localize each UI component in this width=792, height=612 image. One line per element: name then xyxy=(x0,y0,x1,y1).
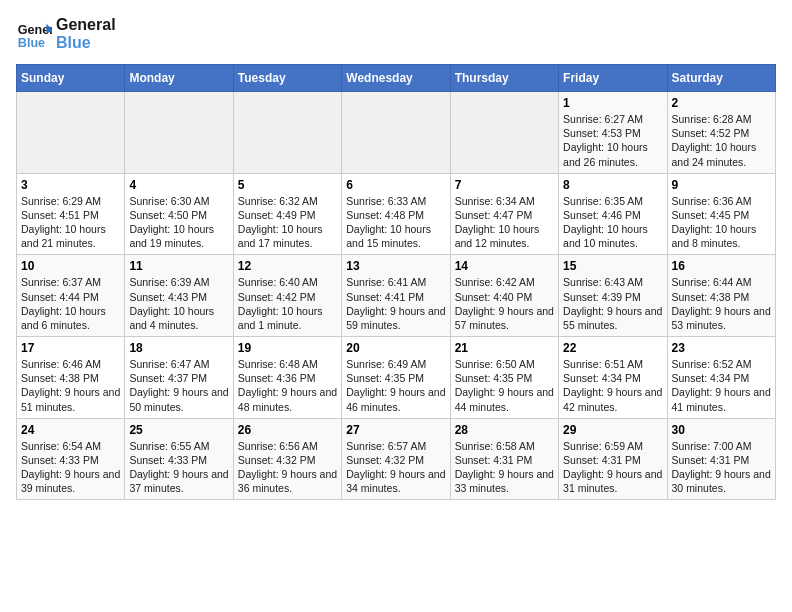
header: General Blue General Blue xyxy=(16,16,776,52)
day-info: Sunrise: 6:50 AM Sunset: 4:35 PM Dayligh… xyxy=(455,357,554,414)
cell-w3-d4: 21Sunrise: 6:50 AM Sunset: 4:35 PM Dayli… xyxy=(450,337,558,419)
day-number: 18 xyxy=(129,341,228,355)
day-info: Sunrise: 6:36 AM Sunset: 4:45 PM Dayligh… xyxy=(672,194,771,251)
cell-w1-d6: 9Sunrise: 6:36 AM Sunset: 4:45 PM Daylig… xyxy=(667,173,775,255)
day-info: Sunrise: 6:35 AM Sunset: 4:46 PM Dayligh… xyxy=(563,194,662,251)
day-number: 17 xyxy=(21,341,120,355)
day-number: 14 xyxy=(455,259,554,273)
cell-w2-d1: 11Sunrise: 6:39 AM Sunset: 4:43 PM Dayli… xyxy=(125,255,233,337)
cell-w1-d0: 3Sunrise: 6:29 AM Sunset: 4:51 PM Daylig… xyxy=(17,173,125,255)
cell-w0-d1 xyxy=(125,92,233,174)
week-row-1: 3Sunrise: 6:29 AM Sunset: 4:51 PM Daylig… xyxy=(17,173,776,255)
day-number: 9 xyxy=(672,178,771,192)
calendar: SundayMondayTuesdayWednesdayThursdayFrid… xyxy=(16,64,776,500)
cell-w3-d3: 20Sunrise: 6:49 AM Sunset: 4:35 PM Dayli… xyxy=(342,337,450,419)
day-info: Sunrise: 6:29 AM Sunset: 4:51 PM Dayligh… xyxy=(21,194,120,251)
day-number: 5 xyxy=(238,178,337,192)
cell-w0-d4 xyxy=(450,92,558,174)
logo-line1: General xyxy=(56,16,116,34)
cell-w3-d6: 23Sunrise: 6:52 AM Sunset: 4:34 PM Dayli… xyxy=(667,337,775,419)
day-number: 4 xyxy=(129,178,228,192)
day-info: Sunrise: 6:43 AM Sunset: 4:39 PM Dayligh… xyxy=(563,275,662,332)
day-info: Sunrise: 6:40 AM Sunset: 4:42 PM Dayligh… xyxy=(238,275,337,332)
day-number: 11 xyxy=(129,259,228,273)
day-number: 13 xyxy=(346,259,445,273)
calendar-header-row: SundayMondayTuesdayWednesdayThursdayFrid… xyxy=(17,65,776,92)
day-number: 30 xyxy=(672,423,771,437)
cell-w0-d5: 1Sunrise: 6:27 AM Sunset: 4:53 PM Daylig… xyxy=(559,92,667,174)
cell-w1-d3: 6Sunrise: 6:33 AM Sunset: 4:48 PM Daylig… xyxy=(342,173,450,255)
day-info: Sunrise: 6:56 AM Sunset: 4:32 PM Dayligh… xyxy=(238,439,337,496)
cell-w4-d0: 24Sunrise: 6:54 AM Sunset: 4:33 PM Dayli… xyxy=(17,418,125,500)
day-info: Sunrise: 6:46 AM Sunset: 4:38 PM Dayligh… xyxy=(21,357,120,414)
cell-w2-d2: 12Sunrise: 6:40 AM Sunset: 4:42 PM Dayli… xyxy=(233,255,341,337)
day-info: Sunrise: 6:48 AM Sunset: 4:36 PM Dayligh… xyxy=(238,357,337,414)
day-number: 12 xyxy=(238,259,337,273)
day-info: Sunrise: 6:58 AM Sunset: 4:31 PM Dayligh… xyxy=(455,439,554,496)
cell-w4-d2: 26Sunrise: 6:56 AM Sunset: 4:32 PM Dayli… xyxy=(233,418,341,500)
day-info: Sunrise: 6:30 AM Sunset: 4:50 PM Dayligh… xyxy=(129,194,228,251)
cell-w2-d5: 15Sunrise: 6:43 AM Sunset: 4:39 PM Dayli… xyxy=(559,255,667,337)
cell-w2-d6: 16Sunrise: 6:44 AM Sunset: 4:38 PM Dayli… xyxy=(667,255,775,337)
day-info: Sunrise: 6:28 AM Sunset: 4:52 PM Dayligh… xyxy=(672,112,771,169)
day-info: Sunrise: 6:27 AM Sunset: 4:53 PM Dayligh… xyxy=(563,112,662,169)
header-friday: Friday xyxy=(559,65,667,92)
week-row-3: 17Sunrise: 6:46 AM Sunset: 4:38 PM Dayli… xyxy=(17,337,776,419)
cell-w4-d5: 29Sunrise: 6:59 AM Sunset: 4:31 PM Dayli… xyxy=(559,418,667,500)
day-info: Sunrise: 6:47 AM Sunset: 4:37 PM Dayligh… xyxy=(129,357,228,414)
svg-text:Blue: Blue xyxy=(18,36,45,50)
day-number: 25 xyxy=(129,423,228,437)
day-number: 23 xyxy=(672,341,771,355)
header-tuesday: Tuesday xyxy=(233,65,341,92)
cell-w2-d4: 14Sunrise: 6:42 AM Sunset: 4:40 PM Dayli… xyxy=(450,255,558,337)
calendar-header: SundayMondayTuesdayWednesdayThursdayFrid… xyxy=(17,65,776,92)
day-number: 26 xyxy=(238,423,337,437)
cell-w3-d1: 18Sunrise: 6:47 AM Sunset: 4:37 PM Dayli… xyxy=(125,337,233,419)
header-wednesday: Wednesday xyxy=(342,65,450,92)
day-info: Sunrise: 6:55 AM Sunset: 4:33 PM Dayligh… xyxy=(129,439,228,496)
cell-w1-d1: 4Sunrise: 6:30 AM Sunset: 4:50 PM Daylig… xyxy=(125,173,233,255)
day-info: Sunrise: 6:49 AM Sunset: 4:35 PM Dayligh… xyxy=(346,357,445,414)
day-info: Sunrise: 6:52 AM Sunset: 4:34 PM Dayligh… xyxy=(672,357,771,414)
day-info: Sunrise: 6:54 AM Sunset: 4:33 PM Dayligh… xyxy=(21,439,120,496)
week-row-2: 10Sunrise: 6:37 AM Sunset: 4:44 PM Dayli… xyxy=(17,255,776,337)
cell-w2-d3: 13Sunrise: 6:41 AM Sunset: 4:41 PM Dayli… xyxy=(342,255,450,337)
calendar-body: 1Sunrise: 6:27 AM Sunset: 4:53 PM Daylig… xyxy=(17,92,776,500)
day-number: 21 xyxy=(455,341,554,355)
cell-w3-d5: 22Sunrise: 6:51 AM Sunset: 4:34 PM Dayli… xyxy=(559,337,667,419)
day-number: 7 xyxy=(455,178,554,192)
day-number: 1 xyxy=(563,96,662,110)
day-number: 28 xyxy=(455,423,554,437)
cell-w0-d2 xyxy=(233,92,341,174)
day-number: 20 xyxy=(346,341,445,355)
day-info: Sunrise: 6:39 AM Sunset: 4:43 PM Dayligh… xyxy=(129,275,228,332)
header-saturday: Saturday xyxy=(667,65,775,92)
day-info: Sunrise: 6:32 AM Sunset: 4:49 PM Dayligh… xyxy=(238,194,337,251)
day-info: Sunrise: 6:59 AM Sunset: 4:31 PM Dayligh… xyxy=(563,439,662,496)
cell-w4-d1: 25Sunrise: 6:55 AM Sunset: 4:33 PM Dayli… xyxy=(125,418,233,500)
logo: General Blue General Blue xyxy=(16,16,116,52)
day-number: 15 xyxy=(563,259,662,273)
day-number: 2 xyxy=(672,96,771,110)
day-number: 29 xyxy=(563,423,662,437)
day-number: 10 xyxy=(21,259,120,273)
day-number: 24 xyxy=(21,423,120,437)
day-number: 6 xyxy=(346,178,445,192)
cell-w0-d0 xyxy=(17,92,125,174)
cell-w4-d3: 27Sunrise: 6:57 AM Sunset: 4:32 PM Dayli… xyxy=(342,418,450,500)
day-info: Sunrise: 6:37 AM Sunset: 4:44 PM Dayligh… xyxy=(21,275,120,332)
header-thursday: Thursday xyxy=(450,65,558,92)
header-monday: Monday xyxy=(125,65,233,92)
day-info: Sunrise: 6:42 AM Sunset: 4:40 PM Dayligh… xyxy=(455,275,554,332)
cell-w2-d0: 10Sunrise: 6:37 AM Sunset: 4:44 PM Dayli… xyxy=(17,255,125,337)
day-number: 16 xyxy=(672,259,771,273)
day-info: Sunrise: 6:34 AM Sunset: 4:47 PM Dayligh… xyxy=(455,194,554,251)
logo-line2: Blue xyxy=(56,34,116,52)
day-number: 8 xyxy=(563,178,662,192)
cell-w4-d4: 28Sunrise: 6:58 AM Sunset: 4:31 PM Dayli… xyxy=(450,418,558,500)
header-sunday: Sunday xyxy=(17,65,125,92)
day-info: Sunrise: 6:33 AM Sunset: 4:48 PM Dayligh… xyxy=(346,194,445,251)
week-row-4: 24Sunrise: 6:54 AM Sunset: 4:33 PM Dayli… xyxy=(17,418,776,500)
day-number: 27 xyxy=(346,423,445,437)
day-info: Sunrise: 6:57 AM Sunset: 4:32 PM Dayligh… xyxy=(346,439,445,496)
